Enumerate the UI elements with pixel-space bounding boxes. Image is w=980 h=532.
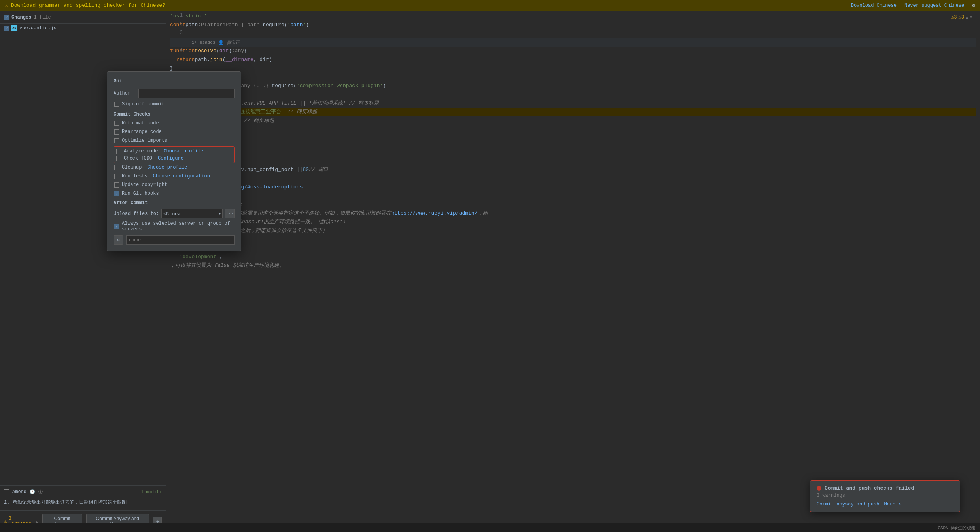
code-line-comment1: 是被部署在一个域名的根路径上	[170, 200, 976, 209]
code-line-10: // const name = process.env.VUE_APP_TITL…	[170, 99, 976, 108]
file-item[interactable]: JS vue.config.js	[0, 24, 166, 32]
status-bar: CSDN @余生的观澜	[0, 523, 980, 532]
sidebar-title: Changes	[11, 15, 31, 20]
upload-settings-btn[interactable]: ···	[225, 209, 235, 218]
modified-badge: 1 modifi	[141, 490, 162, 494]
configure-link[interactable]: Configure	[158, 156, 184, 161]
code-line-1: 'use strict'	[170, 12, 976, 21]
reformat-row: Reformat code	[114, 120, 235, 126]
code-line-comment4: mg, fonts) 的。（项目打包之后，静态资源会放在这个文件夹下）	[170, 226, 976, 235]
top-notification-bar: ⚠ Download grammar and spelling checker …	[0, 0, 980, 11]
run-tests-checkbox[interactable]	[114, 174, 119, 179]
clock-icon[interactable]: 🕐	[30, 489, 35, 494]
upload-select[interactable]: <None>	[161, 209, 223, 218]
sign-off-label: Sign-off commit	[122, 101, 165, 107]
git-dialog: Git Author: Sign-off commit Commit Check…	[107, 71, 241, 251]
author-row: Author:	[114, 89, 235, 98]
toast-title: ! Commit and push checks failed	[817, 485, 954, 491]
choose-profile-link[interactable]: Choose profile	[163, 148, 203, 154]
name-row: ⚙	[114, 235, 235, 245]
hamburger-menu[interactable]	[967, 142, 974, 146]
code-editor: 1 2 3 4 5 6 7 8 9 10 11 12 13	[166, 11, 980, 532]
update-copyright-row: Update copyright	[114, 182, 235, 188]
cleanup-checkbox[interactable]	[114, 165, 119, 170]
more-link[interactable]: More ›	[884, 502, 901, 507]
git-hooks-row: Run Git hooks	[114, 191, 235, 196]
sign-off-row: Sign-off commit	[114, 101, 235, 107]
author-label: Author:	[114, 91, 135, 96]
code-line-5: return path.join(__dirname, dir)	[170, 55, 976, 64]
code-line-7	[170, 73, 976, 82]
sign-off-checkbox[interactable]	[114, 102, 119, 107]
editor-area: ⚠3 ⚠3 ∧ ∨ 1 2 3 4 5 6 7 8 9 10 11	[166, 11, 980, 532]
author-input[interactable]	[138, 89, 235, 98]
todo-checkbox[interactable]	[116, 156, 121, 161]
code-line-link: /cli.vuejs.org/zh/config/#css-loaderopti…	[170, 183, 976, 192]
toast-title-text: Commit and push checks failed	[825, 485, 914, 491]
code-content: 'use strict' const path :PlatformPath | …	[166, 11, 980, 532]
code-line-8: const CompressionPlugin :any|{...} = req…	[170, 82, 976, 90]
never-suggest-link[interactable]: Never suggest Chinese	[904, 3, 964, 8]
cleanup-row: Cleanup Choose profile	[114, 165, 235, 170]
cleanup-profile-link[interactable]: Choose profile	[147, 165, 187, 170]
toast-notification: ! Commit and push checks failed 3 warnin…	[810, 480, 960, 512]
file-checkbox[interactable]	[4, 26, 9, 31]
warning-icon: ⚠	[5, 2, 8, 9]
code-line-13	[170, 125, 976, 134]
error-count: ⚠3	[951, 14, 957, 20]
analyze-checkbox[interactable]	[116, 149, 121, 154]
code-line-6: }	[170, 64, 976, 73]
commit-message: 1. 考勤记录导出只能导出过去的，日期组件增加这个限制	[4, 497, 162, 507]
choose-config-link[interactable]: Choose configuration	[153, 173, 210, 179]
run-tests-row: Run Tests Choose configuration	[114, 173, 235, 179]
always-use-row: Always use selected server or group of s…	[114, 221, 235, 232]
code-line-dev: === 'development',	[170, 253, 976, 261]
optimize-checkbox[interactable]	[114, 138, 119, 143]
name-input[interactable]	[126, 235, 235, 245]
toast-error-icon: !	[817, 486, 821, 491]
always-use-checkbox[interactable]	[114, 224, 119, 229]
update-copyright-checkbox[interactable]	[114, 182, 119, 188]
info-icon[interactable]: ⓘ	[38, 489, 43, 495]
run-tests-label: Run Tests	[122, 173, 148, 179]
dialog-title: Git	[114, 78, 235, 84]
highlighted-checks-section: Analyze code Choose profile Check TODO C…	[114, 146, 235, 163]
settings-icon[interactable]: ⚙	[972, 2, 975, 9]
git-hooks-label: Run Git hooks	[122, 191, 159, 196]
code-line-4: function resolve(dir) :any {	[170, 47, 976, 55]
optimize-label: Optimize imports	[122, 138, 167, 143]
notification-text: Download grammar and spelling checker fo…	[11, 2, 165, 8]
dialog-settings-icon[interactable]: ⚙	[114, 235, 123, 245]
code-line-2: const path :PlatformPath | path = requir…	[170, 21, 976, 29]
code-line-12: // const name = 'winup' // 网页标题	[170, 116, 976, 125]
git-hooks-checkbox[interactable]	[114, 191, 119, 196]
amend-checkbox[interactable]	[4, 489, 9, 494]
optimize-row: Optimize imports	[114, 138, 235, 143]
code-line-blank3	[170, 235, 976, 244]
sidebar-header: Changes 1 file	[0, 11, 166, 24]
toast-actions: Commit anyway and push More ›	[817, 502, 954, 507]
cleanup-label: Cleanup	[122, 165, 142, 170]
code-line-env: .env.port || process.env.npm_config_port…	[170, 165, 976, 174]
reformat-label: Reformat code	[122, 120, 159, 126]
commit-anyway-push-link[interactable]: Commit anyway and push	[817, 502, 879, 507]
code-continuation: .env.port || process.env.npm_config_port…	[170, 165, 976, 270]
chevron-down-icon[interactable]: ∨	[970, 15, 972, 20]
upload-label: Upload files to:	[114, 211, 159, 217]
code-line-blank	[170, 174, 976, 183]
update-copyright-label: Update copyright	[122, 182, 167, 188]
chevron-up-icon[interactable]: ∧	[966, 15, 968, 20]
changes-checkbox[interactable]	[4, 15, 9, 20]
reformat-checkbox[interactable]	[114, 121, 119, 126]
rearrange-checkbox[interactable]	[114, 129, 119, 135]
top-bar-actions: Download Chinese Never suggest Chinese ⚙	[851, 2, 975, 9]
usages-bar: 1+ usages 👤 鼻宝正	[170, 38, 976, 47]
code-line-3	[170, 29, 976, 38]
warning-count: ⚠3	[959, 14, 964, 20]
usages-text: 1+ usages	[192, 40, 215, 45]
upload-select-wrap: <None>	[161, 209, 223, 218]
code-line-comment2: 应用被部署在一个子路径上，你就需要用这个选项指定这个子路径。例如，如果你的应用被…	[170, 209, 976, 218]
download-chinese-link[interactable]: Download Chinese	[851, 3, 897, 8]
code-line-9	[170, 90, 976, 99]
after-commit-title: After Commit	[114, 200, 235, 206]
